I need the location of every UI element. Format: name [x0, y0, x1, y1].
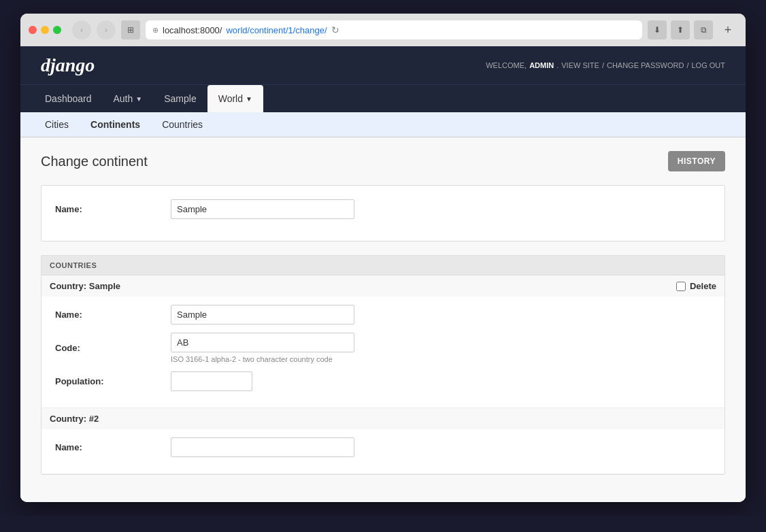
address-path: world/continent/1/change/ — [226, 25, 327, 35]
browser-window: ‹ › ⊞ ⊕ localhost:8000/ world/continent/… — [20, 14, 746, 502]
forward-button[interactable]: › — [97, 20, 116, 39]
subnav-item-countries[interactable]: Countries — [151, 112, 214, 137]
slash2: / — [686, 61, 688, 69]
subnav-item-continents[interactable]: Continents — [80, 112, 151, 137]
country-2-name-row: Name: — [55, 437, 711, 457]
country-1-name-row: Name: — [55, 305, 711, 325]
name-row: Name: — [55, 199, 711, 219]
country-2-title: Country: #2 — [50, 414, 99, 424]
nav-item-sample[interactable]: Sample — [153, 85, 207, 112]
inline-countries-header: COUNTRIES — [41, 256, 725, 276]
address-bar-wrapper[interactable]: ⊕ localhost:8000/ world/continent/1/chan… — [146, 20, 642, 39]
country-1-code-input[interactable] — [171, 333, 354, 352]
auth-dropdown-arrow: ▼ — [135, 95, 142, 103]
tab-overview-button[interactable]: ⊞ — [121, 20, 140, 39]
country-2-name-input[interactable] — [171, 437, 354, 457]
history-button[interactable]: HISTORY — [668, 151, 725, 171]
content-area: Change continent HISTORY Name: COUNTRIES… — [20, 137, 746, 502]
shield-icon: ⊕ — [152, 26, 159, 35]
continent-form: Name: — [41, 185, 725, 242]
country-1-code-row: Code: ISO 3166-1 alpha-2 - two character… — [55, 333, 711, 363]
country-2-item: Country: #2 Name: — [41, 408, 725, 474]
nav-item-world[interactable]: World ▼ — [207, 85, 263, 112]
slash1: / — [602, 61, 604, 69]
country-1-name-input[interactable] — [171, 305, 354, 325]
country-1-code-field-wrapper: ISO 3166-1 alpha-2 - two character count… — [171, 333, 354, 363]
download-button[interactable]: ⬇ — [648, 20, 667, 39]
country-1-delete-checkbox[interactable] — [676, 282, 686, 291]
share-button[interactable]: ⬆ — [671, 20, 690, 39]
country-1-population-row: Population: — [55, 371, 711, 391]
country-1-name-label: Name: — [55, 310, 171, 320]
continent-name-label: Name: — [55, 204, 171, 214]
admin-header: django WELCOME, ADMIN . VIEW SITE / CHAN… — [20, 46, 746, 84]
back-button[interactable]: ‹ — [72, 20, 91, 39]
code-help-text: ISO 3166-1 alpha-2 - two character count… — [171, 355, 354, 363]
delete-area: Delete — [676, 281, 716, 291]
delete-label: Delete — [690, 281, 716, 291]
welcome-text: WELCOME, — [486, 61, 527, 69]
country-1-title: Country: Sample — [50, 281, 120, 291]
duplicate-tab-button[interactable]: ⧉ — [694, 20, 713, 39]
minimize-button[interactable] — [41, 26, 49, 34]
view-site-link[interactable]: VIEW SITE — [561, 61, 599, 69]
reload-button[interactable]: ↻ — [331, 24, 339, 35]
nav-item-auth[interactable]: Auth ▼ — [103, 85, 154, 112]
inline-countries-section: COUNTRIES Country: Sample Delete Name: — [41, 255, 725, 475]
country-1-population-input[interactable] — [171, 371, 252, 391]
subnav-item-cities[interactable]: Cities — [34, 112, 80, 137]
django-admin: django WELCOME, ADMIN . VIEW SITE / CHAN… — [20, 46, 746, 502]
browser-titlebar: ‹ › ⊞ ⊕ localhost:8000/ world/continent/… — [20, 14, 746, 46]
country-2-form: Name: — [41, 429, 725, 473]
country-1-item: Country: Sample Delete Name: Code: — [41, 276, 725, 408]
traffic-lights — [29, 26, 61, 34]
django-logo: django — [41, 54, 95, 76]
address-normal: localhost:8000/ — [163, 25, 222, 35]
country-1-population-label: Population: — [55, 376, 171, 386]
toolbar-actions: ⬇ ⬆ ⧉ — [648, 20, 713, 39]
nav-item-dashboard[interactable]: Dashboard — [34, 85, 103, 112]
close-button[interactable] — [29, 26, 37, 34]
country-2-name-label: Name: — [55, 442, 171, 452]
log-out-link[interactable]: LOG OUT — [691, 61, 725, 69]
page-title: Change continent — [41, 154, 148, 169]
continent-name-input[interactable] — [171, 199, 354, 219]
country-2-header: Country: #2 — [41, 408, 725, 429]
change-password-link[interactable]: CHANGE PASSWORD — [607, 61, 684, 69]
sub-nav: Cities Continents Countries — [20, 112, 746, 137]
world-dropdown-arrow: ▼ — [246, 95, 252, 103]
admin-username: ADMIN — [529, 61, 554, 69]
admin-nav: Dashboard Auth ▼ Sample World ▼ — [20, 84, 746, 112]
country-1-code-label: Code: — [55, 343, 171, 353]
separator1: . — [556, 61, 559, 69]
new-tab-button[interactable]: + — [718, 20, 737, 39]
admin-user-info: WELCOME, ADMIN . VIEW SITE / CHANGE PASS… — [486, 61, 725, 69]
maximize-button[interactable] — [53, 26, 61, 34]
country-1-form: Name: Code: ISO 3166-1 alpha-2 - two cha… — [41, 297, 725, 408]
country-1-header: Country: Sample Delete — [41, 276, 725, 297]
page-header: Change continent HISTORY — [41, 151, 725, 171]
